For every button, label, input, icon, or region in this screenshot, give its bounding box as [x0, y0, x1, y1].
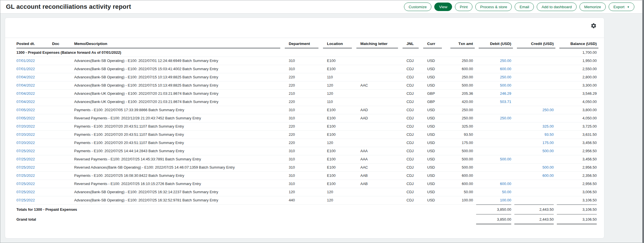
- column-header-doc: Doc: [52, 38, 74, 48]
- posted-date-link[interactable]: 07/25/2022: [16, 149, 35, 153]
- credit-amount-link[interactable]: 600.00: [542, 173, 554, 178]
- posted-date-link[interactable]: 07/01/2022: [16, 67, 35, 71]
- page-title: GL account reconciliations activity repo…: [6, 3, 131, 10]
- posted-date-link[interactable]: 07/25/2022: [16, 165, 35, 169]
- location-cell: E100: [323, 57, 356, 65]
- debit-cell: [475, 171, 513, 180]
- curr-cell: USD: [423, 57, 446, 65]
- credit-amount-link[interactable]: 93.50: [544, 132, 554, 137]
- posted-date-link[interactable]: 07/04/2022: [16, 100, 35, 104]
- gear-icon[interactable]: [590, 23, 597, 29]
- txn-amt-cell: 600.00: [446, 65, 475, 73]
- debit-cell: 50.00: [475, 188, 513, 196]
- txn-amt-cell: 250.00: [446, 57, 475, 65]
- jnl-cell: CDJ: [403, 114, 423, 122]
- debit-cell: 250.00: [475, 57, 513, 65]
- location-cell: E100: [323, 163, 356, 171]
- credit-amount-link[interactable]: 325.00: [542, 124, 554, 128]
- debit-amount-link[interactable]: 500.00: [500, 83, 511, 87]
- location-cell: 120: [323, 81, 356, 89]
- add-to-dashboard-button[interactable]: Add to dashboard: [537, 3, 577, 11]
- posted-date-cell: 07/25/2022: [16, 171, 52, 180]
- posted-date-link[interactable]: 07/25/2022: [16, 190, 35, 194]
- posted-date-link[interactable]: 07/05/2022: [16, 108, 35, 112]
- posted-date-link[interactable]: 07/04/2022: [16, 75, 35, 79]
- debit-amount-link[interactable]: 250.00: [500, 59, 511, 63]
- credit-amount-link[interactable]: 250.00: [542, 108, 554, 112]
- credit-cell: [513, 57, 555, 65]
- curr-cell: USD: [423, 171, 446, 180]
- debit-amount-link[interactable]: 246.29: [500, 91, 511, 96]
- curr-cell: USD: [423, 139, 446, 147]
- view-button[interactable]: View: [434, 3, 452, 11]
- customize-button[interactable]: Customize: [404, 3, 432, 11]
- matching-letter-cell: AAA: [356, 147, 403, 155]
- posted-date-link[interactable]: 07/20/2022: [16, 124, 35, 128]
- debit-amount-link[interactable]: 500.00: [500, 157, 511, 161]
- toolbar: CustomizeViewPrintProcess & storeEmailAd…: [404, 3, 634, 11]
- matching-letter-cell: AAA: [356, 155, 403, 163]
- balance-cell: 3,300.00: [555, 81, 598, 89]
- matching-letter-cell: [356, 57, 403, 65]
- posted-date-link[interactable]: 07/25/2022: [16, 198, 35, 202]
- credit-amount-link[interactable]: 500.00: [542, 165, 554, 169]
- posted-date-cell: 07/20/2022: [16, 139, 52, 147]
- posted-date-cell: 07/25/2022: [16, 147, 52, 155]
- jnl-cell: CDJ: [403, 89, 423, 98]
- table-row: 07/25/2022Reversed Payments - E100: 2022…: [16, 155, 598, 163]
- posted-date-link[interactable]: 07/20/2022: [16, 141, 35, 145]
- posted-date-link[interactable]: 07/25/2022: [16, 182, 35, 186]
- balance-cell: 3,800.00: [555, 106, 598, 114]
- posted-date-link[interactable]: 07/01/2022: [16, 59, 35, 63]
- credit-cell: [513, 98, 555, 106]
- credit-cell: [513, 196, 555, 204]
- balance-cell: 2,956.50: [555, 180, 598, 188]
- posted-date-link[interactable]: 07/25/2022: [16, 173, 35, 178]
- caret-down-icon: ▼: [627, 6, 630, 8]
- export-button[interactable]: Export▼: [609, 3, 634, 11]
- department-cell: 220: [285, 122, 323, 130]
- memo-cell: Payments - E100: 2022/07/20 20:43:51:110…: [74, 130, 285, 139]
- debit-amount-link[interactable]: 250.00: [500, 116, 511, 120]
- matching-letter-cell: [356, 98, 403, 106]
- balance-cell: 2,550.00: [555, 65, 598, 73]
- column-header-jnl: JNL: [403, 38, 423, 48]
- posted-date-cell: 07/20/2022: [16, 122, 52, 130]
- department-cell: 310: [285, 163, 323, 171]
- process-store-button[interactable]: Process & store: [475, 3, 512, 11]
- email-button[interactable]: Email: [515, 3, 534, 11]
- credit-amount-link[interactable]: 500.00: [542, 149, 554, 153]
- balance-cell: 3,106.50: [555, 196, 598, 204]
- print-button[interactable]: Print: [455, 3, 472, 11]
- posted-date-link[interactable]: 07/04/2022: [16, 91, 35, 96]
- doc-cell: [52, 81, 74, 89]
- debit-amount-link[interactable]: 100.00: [500, 198, 511, 202]
- memorize-button[interactable]: Memorize: [579, 3, 606, 11]
- debit-amount-link[interactable]: 50.00: [502, 190, 511, 194]
- memo-cell: Advances(Bank-SB Operating) - E100: 2022…: [74, 73, 285, 81]
- debit-amount-link[interactable]: 600.00: [500, 182, 511, 186]
- debit-amount-link[interactable]: 503.71: [500, 100, 511, 104]
- matching-letter-cell: AAB: [356, 180, 403, 188]
- matching-letter-cell: AAB: [356, 171, 403, 180]
- posted-date-link[interactable]: 07/05/2022: [16, 116, 35, 120]
- table-row: 07/01/2022Advances(Bank-SB Operating) - …: [16, 65, 598, 73]
- credit-cell: [513, 188, 555, 196]
- balance-cell: 3,456.50: [555, 155, 598, 163]
- debit-amount-link[interactable]: 250.00: [500, 75, 511, 79]
- posted-date-link[interactable]: 07/25/2022: [16, 157, 35, 161]
- memo-cell: Advances(Bank-SB Operating) - E100: 2022…: [74, 196, 285, 204]
- posted-date-link[interactable]: 07/20/2022: [16, 132, 35, 137]
- credit-amount-link[interactable]: 175.00: [542, 141, 554, 145]
- curr-cell: USD: [423, 188, 446, 196]
- debit-amount-link[interactable]: 600.00: [500, 67, 511, 71]
- doc-cell: [52, 57, 74, 65]
- location-cell: E100: [323, 171, 356, 180]
- txn-amt-cell: 100.00: [446, 196, 475, 204]
- posted-date-cell: 07/25/2022: [16, 196, 52, 204]
- group-balance-forward: 1,700.00: [555, 48, 598, 57]
- debit-cell: 246.29: [475, 89, 513, 98]
- debit-cell: 500.00: [475, 155, 513, 163]
- posted-date-link[interactable]: 07/04/2022: [16, 83, 35, 87]
- credit-cell: 600.00: [513, 171, 555, 180]
